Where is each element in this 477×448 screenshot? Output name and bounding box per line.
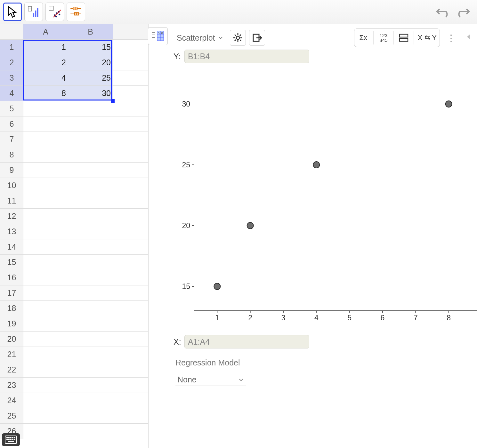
plot-type-select[interactable]: Scatterplot [174, 30, 227, 46]
row-header[interactable]: 21 [0, 347, 23, 362]
row-header[interactable]: 13 [0, 224, 23, 239]
scatter-chart[interactable]: 15202530123456789 [175, 64, 472, 333]
cell[interactable] [23, 301, 68, 316]
cell[interactable]: 4 [23, 70, 68, 86]
cell[interactable] [68, 408, 113, 424]
cell[interactable] [68, 347, 113, 362]
show-statistics-button[interactable]: Σx [355, 30, 371, 46]
cell[interactable] [23, 362, 68, 378]
cell[interactable] [23, 347, 68, 362]
show-data-button[interactable]: 123345 [376, 30, 392, 46]
cell[interactable] [23, 255, 68, 270]
cell[interactable] [68, 178, 113, 193]
cell[interactable] [23, 270, 68, 285]
row-header[interactable]: 14 [0, 239, 23, 255]
cell[interactable] [68, 378, 113, 393]
row-header[interactable]: 20 [0, 332, 23, 347]
y-range-input[interactable] [184, 50, 309, 63]
row-header[interactable]: 8 [0, 147, 23, 163]
cell[interactable] [23, 393, 68, 408]
row-header[interactable]: 24 [0, 393, 23, 408]
row-header[interactable]: 2 [0, 55, 23, 70]
data-point[interactable] [446, 101, 452, 107]
undo-button[interactable] [434, 4, 452, 20]
cell[interactable] [68, 116, 113, 132]
show-data-source-button[interactable]: AB [148, 27, 168, 45]
keyboard-toggle-button[interactable] [2, 433, 20, 446]
cell[interactable] [23, 147, 68, 163]
layout-button[interactable] [396, 30, 412, 46]
cell[interactable]: 1 [23, 40, 68, 55]
cell[interactable]: 20 [68, 55, 113, 70]
row-header[interactable]: 6 [0, 116, 23, 132]
cell[interactable]: 25 [68, 70, 113, 86]
row-header[interactable]: 22 [0, 362, 23, 378]
redo-button[interactable] [454, 4, 472, 20]
row-header[interactable]: 1 [0, 40, 23, 55]
cell[interactable] [68, 393, 113, 408]
row-header[interactable]: 15 [0, 255, 23, 270]
cell[interactable] [68, 362, 113, 378]
spreadsheet[interactable]: AB11152220342548305678910111213141516171… [0, 24, 149, 448]
column-header[interactable]: A [23, 24, 68, 40]
cell[interactable] [68, 163, 113, 178]
cell[interactable] [68, 270, 113, 285]
swap-xy-button[interactable]: X ⇆ Y [416, 30, 439, 46]
cell[interactable]: 2 [23, 55, 68, 70]
cell[interactable] [68, 101, 113, 116]
row-header[interactable]: 7 [0, 132, 23, 147]
cell[interactable] [68, 132, 113, 147]
cell[interactable] [68, 255, 113, 270]
cell[interactable] [23, 224, 68, 239]
x-range-input[interactable] [184, 335, 309, 348]
more-options-button[interactable]: ⋮ [446, 32, 456, 44]
cell[interactable] [23, 408, 68, 424]
row-header[interactable]: 10 [0, 178, 23, 193]
cell[interactable] [23, 132, 68, 147]
column-header[interactable]: B [68, 24, 113, 40]
cell[interactable] [68, 316, 113, 332]
cell[interactable]: 30 [68, 86, 113, 101]
cell[interactable]: 8 [23, 86, 68, 101]
data-point[interactable] [247, 222, 254, 229]
cell[interactable] [23, 209, 68, 224]
cell[interactable] [23, 163, 68, 178]
row-header[interactable]: 18 [0, 301, 23, 316]
cell[interactable] [68, 193, 113, 209]
row-header[interactable]: 4 [0, 86, 23, 101]
cell[interactable] [23, 193, 68, 209]
cell[interactable] [68, 424, 113, 439]
cell[interactable] [23, 178, 68, 193]
cell[interactable] [23, 101, 68, 116]
cell[interactable] [68, 301, 113, 316]
settings-button[interactable] [230, 30, 246, 46]
cell[interactable] [23, 116, 68, 132]
cell[interactable] [23, 424, 68, 439]
regression-select[interactable]: None [175, 374, 246, 386]
cell[interactable]: 15 [68, 40, 113, 55]
row-header[interactable]: 23 [0, 378, 23, 393]
cell[interactable] [68, 285, 113, 301]
cell[interactable] [68, 209, 113, 224]
cell[interactable] [23, 285, 68, 301]
tool-boxplot[interactable] [67, 3, 85, 21]
cell[interactable] [23, 316, 68, 332]
selection-handle[interactable] [111, 99, 115, 103]
collapse-panel-button[interactable] [465, 33, 472, 42]
cell[interactable] [23, 378, 68, 393]
row-header[interactable]: 11 [0, 193, 23, 209]
row-header[interactable]: 3 [0, 70, 23, 86]
cell[interactable] [68, 239, 113, 255]
row-header[interactable]: 17 [0, 285, 23, 301]
cell[interactable] [23, 239, 68, 255]
tool-two-variable[interactable] [45, 3, 64, 21]
cell[interactable] [68, 147, 113, 163]
export-button[interactable] [249, 30, 265, 46]
cell[interactable] [68, 224, 113, 239]
row-header[interactable]: 12 [0, 209, 23, 224]
tool-pointer[interactable] [3, 3, 22, 21]
cell[interactable] [23, 332, 68, 347]
tool-one-variable[interactable] [24, 3, 43, 21]
row-header[interactable]: 5 [0, 101, 23, 116]
data-point[interactable] [313, 162, 319, 168]
